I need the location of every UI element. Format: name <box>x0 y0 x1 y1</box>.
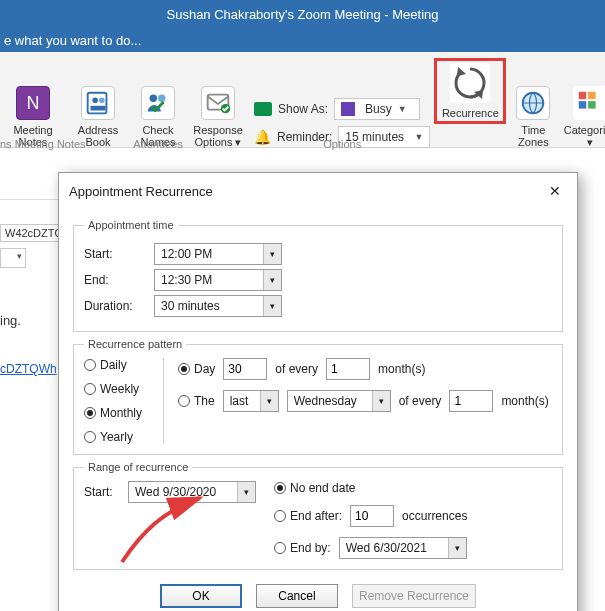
pattern-yearly-radio[interactable]: Yearly <box>84 430 149 444</box>
svg-rect-3 <box>91 106 106 111</box>
occurrences-label: occurrences <box>402 509 467 523</box>
svg-rect-9 <box>579 92 587 100</box>
end-label: End: <box>84 273 146 287</box>
window-title: Sushan Chakraborty's Zoom Meeting - Meet… <box>0 0 605 30</box>
onenote-icon: N <box>16 86 50 120</box>
chevron-down-icon: ▾ <box>448 538 466 558</box>
response-options-icon <box>201 86 235 120</box>
recurrence-button[interactable]: Recurrence <box>439 63 501 119</box>
ordinal-combo[interactable]: last▾ <box>223 390 279 412</box>
pattern-weekly-radio[interactable]: Weekly <box>84 382 149 396</box>
of-every-label: of every <box>275 362 318 376</box>
check-names-icon <box>141 86 175 120</box>
start-time-combo[interactable]: 12:00 PM▾ <box>154 243 282 265</box>
chevron-down-icon: ▾ <box>372 391 390 411</box>
dialog-title: Appointment Recurrence <box>69 184 213 199</box>
range-legend: Range of recurrence <box>84 461 192 473</box>
globe-icon <box>516 86 550 120</box>
months-suffix-1: month(s) <box>378 362 425 376</box>
page-background: W42cDZTQW ing. cDZTQWh <box>0 150 60 376</box>
mini-select[interactable] <box>0 248 26 268</box>
no-end-date-radio[interactable]: No end date <box>274 481 467 495</box>
recurrence-pattern-group: Recurrence pattern Daily Weekly Monthly … <box>73 338 563 455</box>
svg-point-1 <box>92 97 98 103</box>
recurrence-icon <box>450 63 490 103</box>
ok-button[interactable]: OK <box>160 584 242 608</box>
remove-recurrence-button: Remove Recurrence <box>352 584 476 608</box>
appointment-time-group: Appointment time Start: 12:00 PM▾ End: 1… <box>73 219 563 332</box>
close-button[interactable]: ✕ <box>543 181 567 201</box>
duration-combo[interactable]: 30 minutes▾ <box>154 295 282 317</box>
zoom-link-fragment[interactable]: cDZTQWh <box>0 362 60 376</box>
tell-me-text: e what you want to do... <box>0 33 141 48</box>
chevron-down-icon: ▾ <box>263 270 281 290</box>
end-by-combo[interactable]: Wed 6/30/2021▾ <box>339 537 467 559</box>
address-book-icon <box>81 86 115 120</box>
group-meeting-notes-prefix: ns <box>0 138 12 150</box>
end-time-combo[interactable]: 12:30 PM▾ <box>154 269 282 291</box>
svg-rect-11 <box>579 101 587 109</box>
appointment-recurrence-dialog: Appointment Recurrence ✕ Appointment tim… <box>58 172 578 611</box>
day-n-radio[interactable]: Day <box>178 362 215 376</box>
svg-point-5 <box>158 95 166 103</box>
show-as-value: Busy <box>365 102 392 116</box>
start-label: Start: <box>84 247 146 261</box>
recurrence-highlight: Recurrence <box>434 58 506 124</box>
show-as-label: Show As: <box>278 102 328 116</box>
svg-rect-12 <box>588 101 596 109</box>
end-after-radio[interactable]: End after: <box>274 509 342 523</box>
the-nth-radio[interactable]: The <box>178 394 215 408</box>
weekday-combo[interactable]: Wednesday▾ <box>287 390 391 412</box>
svg-point-4 <box>150 95 158 103</box>
pattern-monthly-radio[interactable]: Monthly <box>84 406 149 420</box>
months-interval-input-2[interactable] <box>449 390 493 412</box>
months-suffix-2: month(s) <box>501 394 548 408</box>
range-start-label: Start: <box>84 485 120 499</box>
chevron-down-icon: ▼ <box>398 104 407 114</box>
of-every-label-2: of every <box>399 394 442 408</box>
chevron-down-icon: ▾ <box>237 482 255 502</box>
show-as-dropdown[interactable]: Busy ▼ <box>334 98 420 120</box>
ribbon: N Meeting Notes ns Meeting Notes Address… <box>0 52 605 148</box>
range-start-combo[interactable]: Wed 9/30/2020▾ <box>128 481 256 503</box>
show-as-icon <box>254 102 272 116</box>
cancel-button[interactable]: Cancel <box>256 584 338 608</box>
chevron-down-icon: ▾ <box>263 244 281 264</box>
group-attendees: Attendees <box>70 138 246 150</box>
pattern-daily-radio[interactable]: Daily <box>84 358 149 372</box>
svg-rect-10 <box>588 92 596 100</box>
months-interval-input-1[interactable] <box>326 358 370 380</box>
chevron-down-icon: ▾ <box>260 391 278 411</box>
range-group: Range of recurrence Start: Wed 9/30/2020… <box>73 461 563 570</box>
time-zones-button[interactable]: Time Zones <box>511 86 555 148</box>
busy-color-icon <box>341 102 355 116</box>
day-number-input[interactable] <box>223 358 267 380</box>
categorize-button[interactable]: Categorize ▾ <box>561 86 605 148</box>
end-by-radio[interactable]: End by: <box>274 541 331 555</box>
text-fragment-ing: ing. <box>0 313 60 328</box>
svg-point-2 <box>99 97 105 103</box>
recurrence-pattern-legend: Recurrence pattern <box>84 338 186 350</box>
appointment-time-legend: Appointment time <box>84 219 178 231</box>
group-options: Options <box>250 138 434 150</box>
duration-label: Duration: <box>84 299 146 313</box>
tell-me-bar[interactable]: e what you want to do... <box>0 30 605 52</box>
categorize-icon <box>573 86 605 120</box>
chevron-down-icon: ▾ <box>263 296 281 316</box>
end-after-input[interactable] <box>350 505 394 527</box>
